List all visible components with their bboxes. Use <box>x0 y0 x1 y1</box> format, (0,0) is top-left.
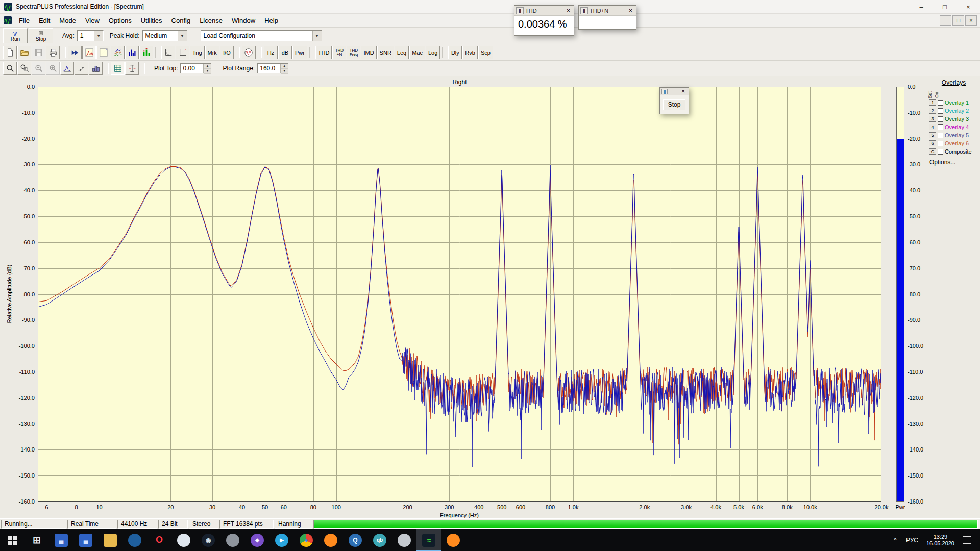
thd-window-titlebar[interactable]: || THD × <box>514 6 574 16</box>
cursor-readout-button[interactable] <box>125 62 139 75</box>
taskbar-firefox-2[interactable] <box>441 529 465 551</box>
scp-button[interactable]: Scp <box>478 46 493 59</box>
overlay-checkbox-1[interactable] <box>938 100 943 106</box>
mdi-minimize-button[interactable]: – <box>940 15 951 26</box>
mdi-restore-button[interactable]: □ <box>952 15 964 26</box>
load-configuration-arrow-icon[interactable]: ▼ <box>312 31 322 41</box>
thd-freq-button[interactable]: THDFreq <box>347 46 360 59</box>
close-button[interactable]: × <box>957 0 980 13</box>
spectrum-child-icon[interactable] <box>4 16 12 24</box>
signal-generator-button[interactable] <box>242 46 256 59</box>
overlay-checkbox-2[interactable] <box>938 108 943 114</box>
avg-combo-arrow-icon[interactable]: ▼ <box>94 31 103 41</box>
snr-button[interactable]: SNR <box>377 46 394 59</box>
menu-config[interactable]: Config <box>167 14 195 27</box>
rvb-button[interactable]: Rvb <box>462 46 478 59</box>
thd-window[interactable]: || THD × 0.00364 % <box>514 5 574 36</box>
plot-range-down-icon[interactable]: ▼ <box>281 69 288 74</box>
thd-plus-n-button[interactable]: THD+N <box>332 46 346 59</box>
taskbar-qbittorrent[interactable]: qb <box>368 529 392 551</box>
plot-top-down-icon[interactable]: ▼ <box>204 69 211 74</box>
plot-range-up-icon[interactable]: ▲ <box>281 64 288 69</box>
taskbar-spectraplus[interactable]: ≈ <box>416 529 441 551</box>
close-icon[interactable]: × <box>627 7 634 14</box>
taskbar-app-purple[interactable]: ◆ <box>245 529 270 551</box>
spectrum-view-button[interactable] <box>82 46 96 59</box>
start-button[interactable] <box>0 529 24 551</box>
menu-help[interactable]: Help <box>260 14 283 27</box>
pause-icon[interactable]: || <box>580 7 588 14</box>
imd-button[interactable]: IMD <box>361 46 376 59</box>
histogram-button[interactable] <box>89 62 103 75</box>
menu-view[interactable]: View <box>81 14 104 27</box>
taskbar-search-app[interactable]: Q <box>343 529 368 551</box>
zoom-2x-button[interactable] <box>17 62 31 75</box>
plot-top-input[interactable]: 0.00 ▲ ▼ <box>180 63 211 73</box>
taskbar-task-view[interactable]: ⊞ <box>24 529 49 551</box>
taskbar-telegram[interactable]: ▶ <box>270 529 294 551</box>
stop-button[interactable]: Stop <box>29 28 53 43</box>
taskbar-app-sphere[interactable] <box>392 529 416 551</box>
thd-n-window-titlebar[interactable]: || THD+N × <box>579 6 636 16</box>
overlay-set-button-4[interactable]: 4 <box>929 124 936 130</box>
avg-combo[interactable]: 1 ▼ <box>77 30 104 41</box>
new-config-button[interactable] <box>3 46 17 59</box>
close-icon[interactable]: × <box>679 88 687 95</box>
mdi-close-button[interactable]: × <box>965 15 977 26</box>
y-axis-scale-button[interactable] <box>176 46 189 59</box>
overlay-checkbox-3[interactable] <box>938 116 943 122</box>
app-icon[interactable] <box>4 3 12 11</box>
overlay-set-button-1[interactable]: 1 <box>929 99 936 106</box>
taskbar-file-explorer[interactable] <box>98 529 122 551</box>
run-fast-button[interactable] <box>68 46 82 59</box>
clock[interactable]: 13:29 16.05.2020 <box>922 534 959 547</box>
print-button[interactable] <box>46 46 60 59</box>
taskbar-opera[interactable]: O <box>147 529 172 551</box>
overlay-set-button-3[interactable]: 3 <box>929 116 936 122</box>
grid-toggle-button[interactable] <box>111 62 125 75</box>
marker-button[interactable]: Mrk <box>205 46 219 59</box>
dly-button[interactable]: Dly <box>448 46 462 59</box>
pause-icon[interactable]: || <box>662 89 668 94</box>
taskbar-chrome[interactable]: ● <box>294 529 318 551</box>
minimize-button[interactable]: – <box>910 0 933 13</box>
peak-hold-combo-arrow-icon[interactable]: ▼ <box>178 31 187 41</box>
show-desktop-button[interactable] <box>977 529 980 551</box>
stop-window-titlebar[interactable]: || × <box>660 88 689 95</box>
maximize-button[interactable]: □ <box>933 0 957 13</box>
x-axis-scale-button[interactable] <box>161 46 175 59</box>
menu-edit[interactable]: Edit <box>34 14 55 27</box>
taskbar-save-app-2[interactable]: ▄ <box>74 529 98 551</box>
phase-view-button[interactable] <box>96 46 110 59</box>
pause-icon[interactable]: || <box>516 7 524 14</box>
plot-top-up-icon[interactable]: ▲ <box>204 64 211 69</box>
mac-button[interactable]: Mac <box>409 46 425 59</box>
close-icon[interactable]: × <box>565 7 572 14</box>
taskbar-steam[interactable]: ◉ <box>196 529 220 551</box>
overlay-set-button-C[interactable]: C <box>929 148 936 155</box>
menu-file[interactable]: File <box>14 14 34 27</box>
language-indicator[interactable]: РУС <box>902 537 922 544</box>
log-button[interactable]: Log <box>426 46 440 59</box>
stop-control-window[interactable]: || × Stop <box>659 87 689 114</box>
peak-hold-combo[interactable]: Medium ▼ <box>142 30 187 41</box>
thd-n-window[interactable]: || THD+N × <box>578 5 636 30</box>
taskbar-app-light[interactable] <box>172 529 196 551</box>
pwr-button[interactable]: Pwr <box>292 46 307 59</box>
waterfall-view-button[interactable] <box>111 46 125 59</box>
hz-button[interactable]: Hz <box>264 46 278 59</box>
io-button[interactable]: I/O <box>220 46 234 59</box>
decimate-button[interactable] <box>75 62 88 75</box>
spectrogram-view-button[interactable] <box>125 46 139 59</box>
peak-hold-view-button[interactable] <box>60 62 74 75</box>
open-config-button[interactable] <box>17 46 31 59</box>
stop-run-button[interactable]: Stop <box>663 99 685 110</box>
taskbar-app-blue[interactable] <box>122 529 147 551</box>
leq-button[interactable]: Leq <box>395 46 409 59</box>
menu-options[interactable]: Options <box>104 14 136 27</box>
overlay-checkbox-4[interactable] <box>938 124 943 130</box>
spectrum-canvas[interactable] <box>38 87 881 502</box>
overlay-checkbox-5[interactable] <box>938 133 943 138</box>
menu-mode[interactable]: Mode <box>55 14 81 27</box>
thd-button[interactable]: THD <box>315 46 332 59</box>
